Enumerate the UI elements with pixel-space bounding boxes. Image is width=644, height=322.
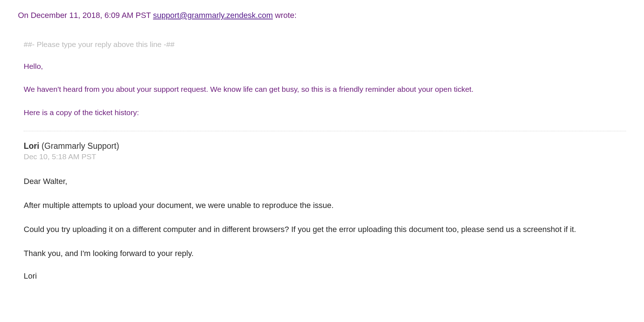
- agent-name: Lori: [24, 141, 39, 151]
- body-paragraph-1: After multiple attempts to upload your d…: [24, 199, 626, 211]
- quote-suffix: wrote:: [273, 11, 297, 20]
- quote-header: On December 11, 2018, 6:09 AM PST suppor…: [18, 11, 626, 20]
- intro-history-label: Here is a copy of the ticket history:: [24, 107, 626, 118]
- email-body-container: ##- Please type your reply above this li…: [18, 40, 626, 281]
- body-paragraph-2: Could you try uploading it on a differen…: [24, 223, 626, 235]
- quote-prefix: On December 11, 2018, 6:09 AM PST: [18, 11, 153, 20]
- divider: [24, 131, 626, 131]
- salutation: Dear Walter,: [24, 175, 626, 187]
- sender-email-link[interactable]: support@grammarly.zendesk.com: [153, 11, 273, 20]
- agent-org: (Grammarly Support): [39, 141, 119, 151]
- signature: Lori: [24, 271, 626, 281]
- body-paragraph-3: Thank you, and I'm looking forward to yo…: [24, 247, 626, 259]
- intro-greeting: Hello,: [24, 61, 626, 72]
- reply-above-marker: ##- Please type your reply above this li…: [24, 40, 626, 49]
- intro-reminder: We haven't heard from you about your sup…: [24, 84, 626, 95]
- agent-line: Lori (Grammarly Support): [24, 141, 626, 151]
- agent-timestamp: Dec 10, 5:18 AM PST: [24, 152, 626, 161]
